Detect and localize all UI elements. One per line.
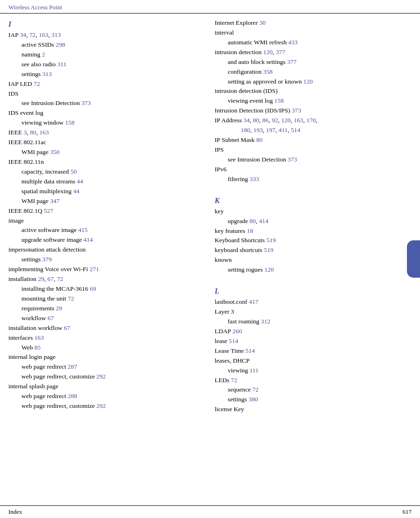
list-item: IP Subnet Mask 80	[215, 135, 412, 145]
page-content: I IAP 34, 72, 163, 313 active SSIDs 298 …	[0, 14, 420, 414]
list-item: Layer 3 fast roaming 312	[215, 307, 412, 327]
footer-left: Index	[8, 508, 22, 516]
list-item: Keyboard Shortcuts 519	[215, 236, 412, 245]
section-divider-k	[215, 187, 412, 195]
section-letter-i: I	[8, 20, 199, 28]
page-footer: Index 617	[0, 505, 420, 518]
list-item: IP Address 34, 80, 86, 92, 120, 163, 170…	[215, 116, 412, 135]
list-item: Internet Explorer 30	[215, 18, 412, 28]
list-item: IEEE 802.11ac WMI page 350	[8, 138, 199, 157]
list-item: IPS see Intrusion Detection 373	[215, 145, 412, 165]
section-divider-l	[215, 278, 412, 285]
list-item: interval automatic WMI refresh 433	[215, 28, 412, 48]
section-letter-l: L	[215, 287, 412, 295]
list-item: Intrusion Detection (IDS/IPS) 373	[215, 106, 412, 116]
list-item: key features 18	[215, 226, 412, 236]
list-item: internal login page web page redirect 28…	[8, 352, 199, 382]
list-item: installation workflow 67	[8, 323, 199, 333]
list-item: internal splash page web page redirect 2…	[8, 382, 199, 411]
list-item: IEEE 802.11n capacity, increased 50 mult…	[8, 157, 199, 206]
list-item: IDS event log viewing window 158	[8, 108, 199, 128]
section-letter-k: K	[215, 196, 412, 205]
list-item: LDAP 260	[215, 327, 412, 336]
tab-decoration	[407, 240, 420, 278]
list-item: keyboard shortcuts 519	[215, 245, 412, 255]
list-item: IEEE 3, 80, 163	[8, 128, 199, 138]
list-item: IPv6 filtering 333	[215, 165, 412, 184]
list-item: Lease Time 514	[215, 346, 412, 356]
right-column: Internet Explorer 30 interval automatic …	[210, 14, 412, 414]
footer-right: 617	[403, 508, 412, 516]
list-item: LEDs 72 sequence 72 settings 380	[215, 376, 412, 405]
list-item: lease 514	[215, 336, 412, 346]
list-item: license Key	[215, 405, 412, 414]
list-item: image active software image 415 upgrade …	[8, 216, 199, 245]
list-item: intrusion detection 120, 377 and auto bl…	[215, 48, 412, 87]
list-item: IDS see Intrusion Detection 373	[8, 89, 199, 109]
list-item: IEEE 802.1Q 527	[8, 206, 199, 216]
list-item: key upgrade 80, 414	[215, 207, 412, 226]
list-item: leases, DHCP viewing 111	[215, 356, 412, 376]
list-item: impersonation attack detection settings …	[8, 245, 199, 265]
list-item: known setting rogues 120	[215, 255, 412, 275]
list-item: installation 29, 67, 72 installing the M…	[8, 274, 199, 323]
page-header: Wireless Access Point	[0, 0, 420, 14]
left-column: I IAP 34, 72, 163, 313 active SSIDs 298 …	[8, 14, 210, 414]
list-item: intrusion detection (IDS) viewing event …	[215, 86, 412, 106]
list-item: implementing Voice over Wi-Fi 271	[8, 265, 199, 274]
list-item: IAP 34, 72, 163, 313 active SSIDs 298 na…	[8, 30, 199, 79]
list-item: lastboot.conf 417	[215, 297, 412, 307]
list-item: interfaces 163 Web 85	[8, 333, 199, 353]
header-title: Wireless Access Point	[8, 4, 62, 11]
list-item: IAP LED 72	[8, 79, 199, 89]
